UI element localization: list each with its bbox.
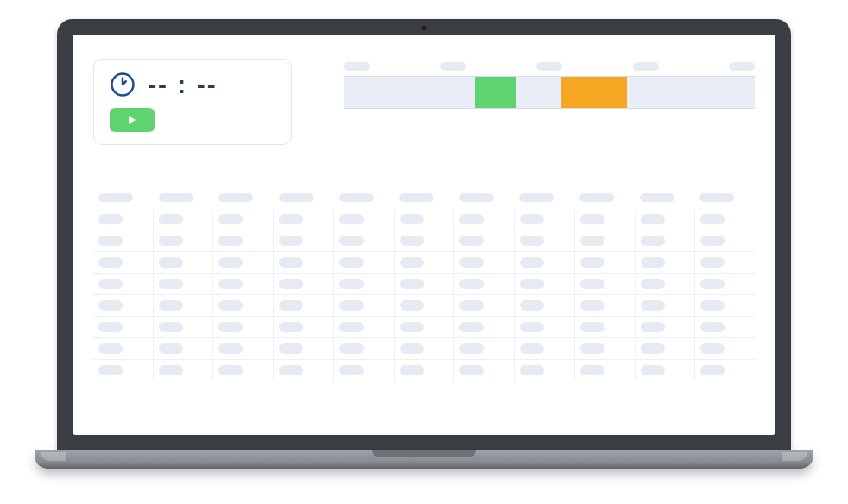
table-cell: [695, 360, 755, 381]
table-cell: [515, 338, 575, 359]
placeholder-pill: [279, 343, 303, 354]
table-cell: [515, 252, 575, 273]
table-cell: [395, 209, 455, 230]
placeholder-pill: [520, 214, 544, 224]
placeholder-pill: [699, 193, 734, 202]
table-cell: [575, 360, 636, 381]
timeline-tick-label: [633, 62, 659, 71]
table-header-cell: [394, 186, 454, 209]
placeholder-pill: [641, 279, 665, 289]
placeholder-pill: [700, 236, 725, 246]
table-cell: [395, 274, 455, 294]
placeholder-pill: [519, 193, 554, 202]
placeholder-pill: [339, 257, 364, 268]
table-row: [93, 317, 755, 338]
placeholder-pill: [520, 300, 544, 311]
placeholder-pill: [218, 193, 253, 202]
placeholder-pill: [459, 279, 484, 289]
table-cell: [695, 274, 755, 294]
table-cell: [93, 295, 154, 316]
placeholder-pill: [218, 365, 243, 375]
table-cell: [454, 274, 515, 294]
table-row: [93, 209, 755, 230]
table-cell: [395, 230, 455, 251]
table-cell: [515, 317, 575, 337]
placeholder-pill: [641, 214, 665, 224]
table-cell: [334, 209, 395, 230]
placeholder-pill: [700, 343, 725, 354]
table-cell: [395, 317, 455, 337]
placeholder-pill: [400, 279, 424, 289]
placeholder-pill: [520, 343, 544, 354]
table-cell: [395, 338, 455, 359]
play-button[interactable]: [110, 108, 155, 132]
placeholder-pill: [98, 236, 123, 246]
table-cell: [334, 252, 395, 273]
timeline-tick-label: [536, 62, 562, 71]
table-cell: [93, 230, 154, 251]
table-row: [93, 230, 755, 252]
placeholder-pill: [218, 214, 243, 224]
table-cell: [454, 317, 515, 337]
table-cell: [213, 295, 274, 316]
table-header-cell: [574, 186, 635, 209]
placeholder-pill: [339, 365, 364, 375]
table-cell: [274, 230, 334, 251]
placeholder-pill: [339, 300, 364, 311]
placeholder-pill: [339, 279, 364, 289]
placeholder-pill: [400, 365, 424, 375]
table-cell: [334, 317, 395, 337]
table-cell: [93, 209, 154, 230]
placeholder-pill: [459, 343, 484, 354]
placeholder-pill: [580, 257, 604, 268]
table-cell: [454, 338, 515, 359]
laptop-mockup: -- : --: [35, 19, 813, 485]
data-table: [93, 186, 755, 381]
table-cell: [93, 317, 154, 337]
table-cell: [274, 317, 334, 337]
table-cell: [636, 338, 696, 359]
table-cell: [154, 274, 214, 294]
camera-dot: [422, 26, 427, 30]
table-cell: [636, 230, 696, 251]
table-cell: [154, 295, 214, 316]
placeholder-pill: [700, 257, 725, 268]
table-header-cell: [334, 186, 395, 209]
placeholder-pill: [279, 257, 303, 268]
placeholder-pill: [580, 322, 604, 332]
placeholder-pill: [159, 257, 183, 268]
placeholder-pill: [641, 343, 665, 354]
table-cell: [213, 209, 274, 230]
placeholder-pill: [339, 343, 364, 354]
table-cell: [695, 295, 755, 316]
table-cell: [515, 209, 575, 230]
table-cell: [636, 274, 696, 294]
placeholder-pill: [400, 322, 424, 332]
placeholder-pill: [159, 214, 183, 224]
table-header-cell: [694, 186, 755, 209]
placeholder-pill: [98, 193, 133, 202]
table-cell: [515, 295, 575, 316]
table-cell: [213, 274, 274, 294]
placeholder-pill: [159, 365, 183, 375]
placeholder-pill: [98, 257, 123, 268]
placeholder-pill: [459, 365, 484, 375]
placeholder-pill: [218, 257, 243, 268]
placeholder-pill: [459, 236, 484, 246]
placeholder-pill: [279, 365, 303, 375]
placeholder-pill: [520, 365, 544, 375]
table-cell: [213, 252, 274, 273]
table-cell: [454, 209, 515, 230]
placeholder-pill: [400, 257, 424, 268]
table-row: [93, 360, 755, 381]
timeline-track[interactable]: [344, 76, 755, 109]
play-icon: [127, 115, 137, 125]
placeholder-pill: [700, 300, 725, 311]
table-cell: [274, 252, 334, 273]
placeholder-pill: [459, 257, 484, 268]
placeholder-pill: [580, 214, 604, 224]
table-cell: [695, 252, 755, 273]
placeholder-pill: [580, 279, 604, 289]
timeline-tick-label: [344, 62, 370, 71]
placeholder-pill: [459, 193, 494, 202]
